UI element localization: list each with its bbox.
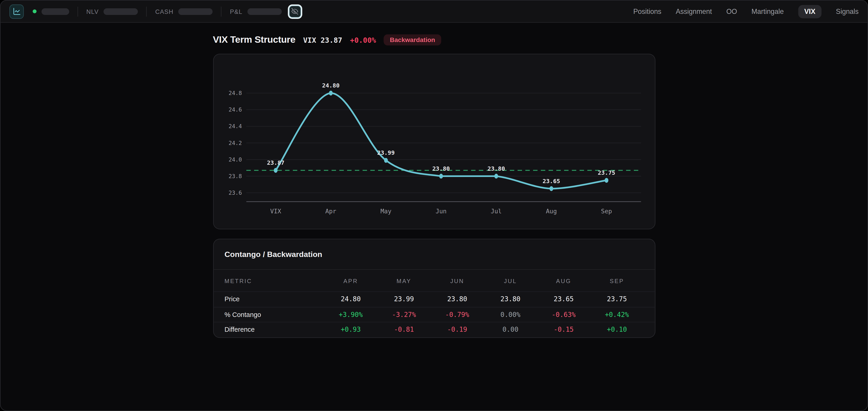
data-point[interactable]	[384, 158, 388, 163]
contango-card-title: Contango / Backwardation	[224, 250, 322, 259]
x-axis-label: Apr	[325, 208, 336, 215]
column-header-jul: JUL	[484, 277, 537, 284]
row-label: Difference	[224, 326, 324, 333]
stat-cash: CASH	[155, 8, 213, 14]
privacy-toggle-button[interactable]	[289, 5, 301, 18]
data-point[interactable]	[439, 174, 443, 179]
data-point[interactable]	[329, 91, 333, 95]
term-structure-chart[interactable]: 24.824.624.424.224.023.823.623.87VIX24.8…	[213, 54, 655, 229]
data-point[interactable]	[274, 168, 277, 173]
table-cell: 23.65	[537, 295, 590, 303]
x-axis-label: Jul	[490, 208, 501, 215]
y-axis-tick: 23.8	[228, 173, 242, 179]
data-point-label: 23.65	[542, 178, 560, 184]
pnl-label: P&L	[230, 8, 243, 14]
table-row-price: Price24.8023.9923.8023.8023.6523.75	[213, 291, 655, 306]
data-point[interactable]	[604, 178, 608, 183]
main-content: VIX Term Structure VIX 23.87 +0.00% Back…	[213, 34, 655, 337]
column-header-metric: METRIC	[224, 277, 324, 284]
data-point-label: 23.99	[377, 149, 394, 156]
data-point-label: 24.80	[322, 82, 339, 89]
y-axis-tick: 24.6	[228, 106, 242, 113]
y-axis-tick: 24.8	[228, 90, 242, 96]
nav-item-martingale[interactable]: Martingale	[751, 7, 784, 15]
app-window: NLV CASH P&L	[0, 0, 868, 411]
nlv-value-skeleton	[104, 8, 138, 14]
topbar-left: NLV CASH P&L	[9, 4, 301, 19]
contango-card-header: Contango / Backwardation	[213, 239, 655, 270]
eye-off-icon	[291, 8, 299, 15]
nav-item-oo[interactable]: OO	[726, 7, 737, 15]
table-cell: -0.79%	[431, 311, 484, 318]
column-header-may: MAY	[377, 277, 431, 284]
data-point-label: 23.80	[487, 165, 505, 172]
account-id-skeleton	[41, 8, 69, 14]
spot-ticker-label: VIX	[303, 36, 316, 44]
data-point-label: 23.80	[432, 165, 450, 172]
cash-label: CASH	[155, 8, 174, 14]
column-header-aug: AUG	[537, 277, 590, 284]
main-nav: Positions Assignment OO Martingale VIX S…	[633, 5, 859, 18]
divider	[78, 6, 78, 17]
x-axis-label: Jun	[435, 208, 446, 215]
table-cell: 23.80	[484, 295, 537, 303]
column-header-apr: APR	[324, 277, 377, 284]
page-title: VIX Term Structure	[213, 34, 296, 46]
nav-item-vix[interactable]: VIX	[798, 5, 822, 18]
data-point-label: 23.87	[267, 159, 284, 166]
data-point[interactable]	[494, 174, 498, 179]
table-cell: 23.99	[377, 295, 431, 303]
contango-card: Contango / Backwardation METRICAPRMAYJUN…	[213, 239, 655, 337]
table-cell: 24.80	[324, 295, 377, 303]
account-status	[33, 8, 69, 14]
stat-pnl: P&L	[230, 8, 282, 14]
spot-ticker-value: 23.87	[320, 36, 342, 44]
table-cell: +3.90%	[324, 311, 377, 318]
y-axis-tick: 24.4	[228, 123, 242, 129]
nav-item-signals[interactable]: Signals	[836, 7, 859, 15]
term-structure-chart-card: 24.824.624.424.224.023.823.623.87VIX24.8…	[213, 54, 655, 229]
table-cell: -0.63%	[537, 311, 590, 318]
row-label: Price	[224, 295, 324, 303]
table-cell: 23.75	[590, 295, 644, 303]
data-point-label: 23.75	[597, 169, 615, 176]
table-header-row: METRICAPRMAYJUNJULAUGSEP	[213, 270, 655, 291]
column-header-sep: SEP	[590, 277, 644, 284]
nav-item-assignment[interactable]: Assignment	[676, 7, 712, 15]
stage: NLV CASH P&L	[0, 0, 868, 411]
x-axis-label: VIX	[270, 208, 281, 215]
spot-ticker: VIX 23.87	[303, 36, 342, 44]
data-point[interactable]	[549, 186, 553, 191]
table-cell: 0.00%	[484, 311, 537, 318]
chart-line-icon	[12, 7, 21, 16]
cash-value-skeleton	[179, 8, 213, 14]
table-cell: 0.00	[484, 326, 537, 333]
table-cell: +0.93	[324, 326, 377, 333]
contango-table: METRICAPRMAYJUNJULAUGSEPPrice24.8023.992…	[213, 270, 655, 337]
pnl-value-skeleton	[247, 8, 282, 14]
table-row--contango: % Contango+3.90%-3.27%-0.79%0.00%-0.63%+…	[213, 307, 655, 322]
app-logo-button[interactable]	[9, 4, 24, 19]
y-axis-tick: 24.2	[228, 140, 242, 146]
table-cell: +0.10	[590, 326, 644, 333]
divider	[147, 6, 147, 17]
page-header: VIX Term Structure VIX 23.87 +0.00% Back…	[213, 34, 655, 46]
table-cell: -3.27%	[377, 311, 431, 318]
table-cell: -0.19	[431, 326, 484, 333]
connection-status-dot	[33, 9, 36, 13]
table-row-difference: Difference+0.93-0.81-0.190.00-0.15+0.10	[213, 322, 655, 337]
table-cell: 23.80	[431, 295, 484, 303]
table-cell: -0.81	[377, 326, 431, 333]
divider	[221, 6, 222, 17]
structure-badge: Backwardation	[384, 34, 441, 46]
y-axis-tick: 24.0	[228, 156, 242, 163]
nlv-label: NLV	[86, 8, 99, 14]
row-label: % Contango	[224, 311, 324, 318]
topbar: NLV CASH P&L	[0, 0, 867, 23]
table-cell: +0.42%	[590, 311, 644, 318]
column-header-jun: JUN	[431, 277, 484, 284]
nav-item-positions[interactable]: Positions	[633, 7, 661, 15]
x-axis-label: May	[380, 208, 391, 215]
spot-change: +0.00%	[350, 36, 376, 44]
x-axis-label: Sep	[601, 208, 612, 215]
